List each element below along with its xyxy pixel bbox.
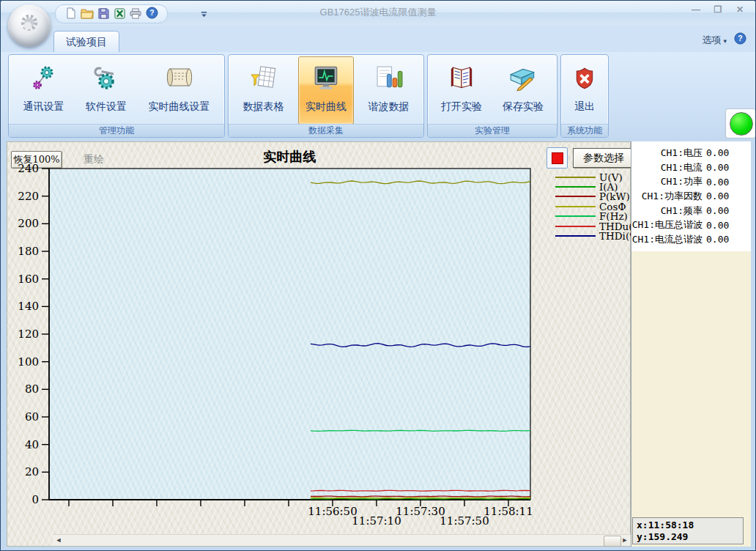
ribbon-group-1: 通讯设置软件设置实时曲线设置管理功能 [8,54,225,138]
scroll-left-arrow[interactable]: ◄ [53,535,64,546]
svg-text:240: 240 [18,162,39,175]
chart-panel: 恢复100% 重绘 实时曲线 0204060801001201401601802… [7,141,631,547]
svg-text:140: 140 [18,300,39,313]
cursor-readout: x:11:58:18 y:159.249 [632,517,744,544]
svg-text:180: 180 [18,245,39,258]
svg-text:?: ? [738,34,742,42]
ribbon-button-label: 保存实验 [503,100,544,114]
svg-text:11:56:50: 11:56:50 [308,505,357,518]
svg-text:200: 200 [18,217,39,230]
close-button[interactable]: ✕ [730,4,749,17]
reading-label: CH1:电压 [631,147,703,160]
readings-panel: CH1:电压0.00CH1:电流0.00CH1:功率0.00CH1:功率因数0.… [631,141,751,547]
reading-row: CH1:电压总谐波0.00 [631,218,751,232]
ribbon: 通讯设置软件设置实时曲线设置管理功能数据表格实时曲线谐波数据数据采集打开实验保存… [1,52,755,139]
comm-settings-icon [30,61,58,96]
svg-text:11:57:50: 11:57:50 [440,514,489,528]
open-experiment-icon [446,61,477,96]
tab-test-items[interactable]: 试验项目 [53,31,119,52]
tab-row: 试验项目 选项▾ ? [1,26,755,52]
software-settings-icon [92,61,121,96]
comm-settings-button[interactable]: 通讯设置 [16,56,72,125]
open-experiment-button[interactable]: 打开实验 [434,56,489,125]
ribbon-group-2: 数据表格实时曲线谐波数据数据采集 [228,54,424,138]
status-indicator [730,112,753,136]
scroll-right-arrow[interactable]: ► [619,535,631,546]
reading-row: CH1:功率0.00 [631,174,751,189]
svg-text:11:57:10: 11:57:10 [352,514,401,528]
ribbon-button-label: 通讯设置 [23,100,64,114]
minimize-button[interactable]: — [686,4,705,17]
svg-text:11:57:30: 11:57:30 [396,505,445,518]
save-icon[interactable] [95,7,111,21]
legend-swatch [555,215,596,217]
reading-label: CH1:电流总谐波 [631,233,703,246]
ribbon-button-label: 谐波数据 [368,100,410,114]
help-icon[interactable]: ? [734,32,746,48]
svg-text:120: 120 [18,328,39,341]
reading-value: 0.00 [706,147,729,158]
ribbon-group-label: 管理功能 [9,124,224,137]
harmonic-data-button[interactable]: 谐波数据 [361,56,417,125]
reading-label: CH1:电流 [631,161,703,174]
harmonic-data-icon [375,61,403,96]
status-indicator-patch [726,109,755,138]
svg-text:160: 160 [18,273,39,286]
exit-button[interactable]: 退出 [566,56,604,125]
cursor-y-value: y:159.249 [637,531,743,543]
ribbon-button-label: 数据表格 [243,100,284,114]
horizontal-scrollbar[interactable]: ◄ ► [53,534,631,546]
legend-swatch [555,186,596,188]
quick-access-icons: ? [63,6,160,23]
legend-swatch [555,196,596,197]
svg-text:0: 0 [32,493,39,506]
exit-icon [573,61,596,96]
new-document-icon[interactable] [63,6,79,21]
realtime-curve-icon [312,61,340,96]
help-icon[interactable]: ? [144,6,160,21]
app-window: ? GB17625谐波电流限值测量 — ❐ ✕ 试验项目 选项▾ ? 通讯设置软… [0,0,756,551]
software-settings-button[interactable]: 软件设置 [78,56,134,125]
reading-label: CH1:功率 [631,175,703,188]
reading-value: 0.00 [706,162,729,173]
reading-value: 0.00 [706,191,729,201]
curve-settings-button[interactable]: 实时曲线设置 [141,56,218,125]
reading-row: CH1:频率0.00 [631,204,751,218]
stop-button[interactable] [546,147,568,169]
svg-text:80: 80 [25,382,39,396]
print-icon[interactable] [127,7,144,21]
ribbon-group-label: 系统功能 [561,124,608,137]
ribbon-button-label: 软件设置 [86,100,127,114]
data-table-button[interactable]: 数据表格 [236,56,292,125]
save-experiment-icon [507,61,539,96]
reading-label: CH1:功率因数 [631,190,703,203]
excel-export-icon[interactable] [111,7,127,21]
reading-value: 0.00 [706,205,729,216]
plot-canvas: 02040608010012014016018020022024011:56:5… [7,142,631,547]
reading-row: CH1:电流0.00 [631,160,751,175]
svg-text:?: ? [149,10,154,18]
svg-text:60: 60 [25,410,39,424]
ribbon-group-3: 打开实验保存实验实验管理 [427,54,557,138]
curve-settings-icon [164,61,195,96]
svg-text:220: 220 [18,190,39,203]
reading-row: CH1:电压0.00 [631,146,751,160]
maximize-button[interactable]: ❐ [708,4,727,17]
options-menu[interactable]: 选项▾ [702,34,727,47]
reading-row: CH1:电流总谐波0.00 [631,232,751,247]
params-select-button[interactable]: 参数选择 [573,148,634,168]
svg-text:100: 100 [18,355,39,369]
gear-icon [18,12,41,39]
svg-text:20: 20 [25,465,39,478]
ribbon-button-label: 实时曲线设置 [149,100,210,114]
legend-swatch [555,226,596,227]
stop-icon [552,152,563,164]
app-menu-orb[interactable] [8,4,51,47]
svg-text:40: 40 [25,438,39,451]
customize-qat-icon[interactable] [200,8,208,21]
realtime-curve-button[interactable]: 实时曲线 [298,56,354,125]
quick-access-toolbar: ? [55,4,168,23]
open-folder-icon[interactable] [79,7,95,21]
reading-row: CH1:功率因数0.00 [631,189,751,204]
save-experiment-button[interactable]: 保存实验 [495,56,551,125]
